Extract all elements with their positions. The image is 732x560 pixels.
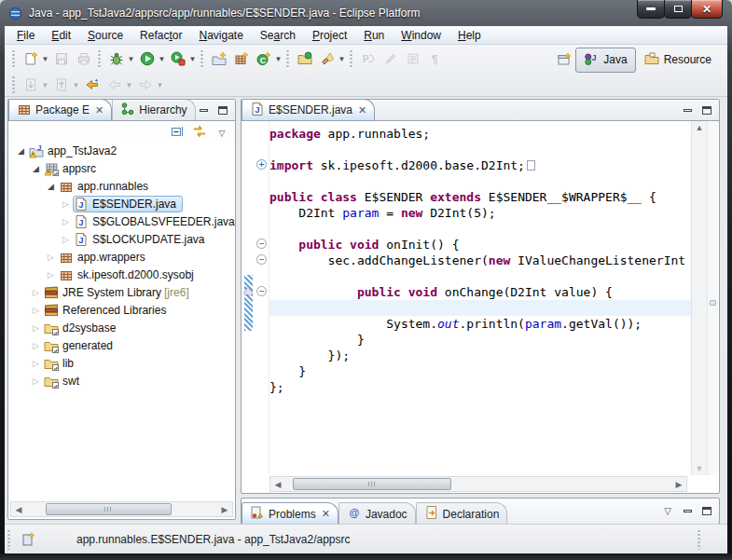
minimize-button[interactable]	[637, 0, 665, 19]
menu-help[interactable]: Help	[449, 27, 490, 44]
new-package-button[interactable]	[230, 48, 253, 70]
scroll-down-icon[interactable]: ▼	[692, 464, 707, 473]
collapse-icon[interactable]: ◢	[44, 182, 58, 191]
debug-dropdown[interactable]: ▼	[126, 55, 136, 63]
tab-package-explorer[interactable]: Package E ✕	[8, 99, 112, 120]
print-button[interactable]	[73, 48, 95, 70]
new-class-dropdown[interactable]: ▼	[273, 55, 283, 63]
scroll-right-icon[interactable]: ▶	[217, 505, 232, 514]
expand-icon[interactable]: ▷	[44, 270, 58, 280]
code-line-16[interactable]: }	[269, 363, 691, 379]
save-button[interactable]	[50, 48, 73, 70]
tab-javadoc[interactable]: @Javadoc	[338, 502, 416, 525]
code-line-14[interactable]: }	[269, 332, 691, 348]
scroll-up-icon[interactable]: ▲	[692, 123, 707, 132]
code-line-13[interactable]: System.out.println(param.getVal());	[269, 316, 691, 332]
scrollbar-thumb[interactable]	[46, 503, 172, 515]
external-tools-button[interactable]	[167, 48, 189, 70]
collapsed-code-icon[interactable]	[527, 160, 535, 171]
code-line-11[interactable]: public void onChange(D2Int value) {	[269, 284, 691, 300]
expand-icon[interactable]: ▷	[59, 199, 73, 209]
menu-search[interactable]: Search	[252, 27, 304, 44]
toolbar-handle[interactable]	[200, 49, 204, 68]
menu-window[interactable]: Window	[393, 27, 449, 44]
tree-item-swt[interactable]: ▷swt	[8, 372, 235, 389]
close-button[interactable]: ✕	[691, 0, 723, 19]
toolbar-handle[interactable]	[97, 49, 102, 68]
menu-file[interactable]: File	[8, 27, 43, 44]
tree-item-e-sender-java[interactable]: ▷JE$SENDER.java	[8, 195, 235, 212]
expand-icon[interactable]: ▷	[29, 376, 43, 386]
link-with-editor-button[interactable]	[190, 123, 209, 140]
menu-refactor[interactable]: Refactor	[131, 27, 190, 44]
scroll-left-icon[interactable]: ◀	[270, 480, 285, 489]
tab-hierarchy[interactable]: Hierarchy	[112, 99, 195, 120]
code-line-15[interactable]: });	[269, 348, 691, 363]
expand-icon[interactable]: ▷	[44, 253, 58, 262]
new-class-button[interactable]: C	[253, 48, 275, 70]
warning-marker-icon[interactable]	[243, 287, 253, 294]
expand-fold-icon[interactable]: +	[256, 159, 267, 170]
format-button[interactable]	[380, 48, 402, 70]
close-tab-icon[interactable]: ✕	[322, 508, 330, 520]
tree-item-d2sysbase[interactable]: ▷d2sysbase	[8, 319, 235, 336]
tree-item-sk-ipesoft-d2000-sysobj[interactable]: ▷sk.ipesoft.d2000.sysobj	[8, 266, 235, 283]
expand-icon[interactable]: ▷	[29, 359, 43, 368]
new-java-project-button[interactable]	[208, 48, 230, 70]
open-type-button[interactable]	[294, 48, 316, 70]
collapse-icon[interactable]: ◢	[29, 164, 43, 173]
tab-declaration[interactable]: Declaration	[416, 502, 508, 525]
code-line-7[interactable]	[269, 221, 691, 237]
code-line-5[interactable]: public class E$SENDER extends E$SENDER__…	[269, 189, 691, 205]
forward-button[interactable]	[134, 74, 157, 96]
tree-item-app-runnables[interactable]: ◢app.runnables	[8, 177, 235, 195]
expand-icon[interactable]: ▷	[29, 306, 43, 315]
minimize-view-button[interactable]	[679, 103, 696, 117]
menu-run[interactable]: Run	[355, 27, 393, 44]
toolbar-handle[interactable]	[285, 49, 290, 68]
minimize-view-button[interactable]	[679, 504, 696, 518]
scrollbar-thumb[interactable]	[293, 478, 451, 490]
scroll-left-icon[interactable]: ◀	[11, 505, 26, 514]
maximize-view-button[interactable]	[698, 103, 715, 117]
tree-item-s-lockupdate-java[interactable]: ▷JS$LOCKUPDATE.java	[8, 230, 235, 248]
tree-item-lib[interactable]: ▷lib	[8, 354, 235, 372]
statusbar-handle[interactable]	[7, 529, 11, 550]
tree-item-app-wrappers[interactable]: ▷app.wrappers	[8, 248, 235, 266]
code-line-4[interactable]	[269, 173, 691, 189]
search-dropdown[interactable]: ▼	[337, 55, 347, 63]
collapse-fold-icon[interactable]: −	[256, 239, 267, 249]
tab-problems[interactable]: Problems✕	[242, 502, 338, 525]
code-line-2[interactable]	[269, 142, 691, 157]
external-tools-dropdown[interactable]: ▼	[187, 55, 198, 63]
expand-icon[interactable]: ▷	[29, 341, 43, 350]
editor-vscrollbar[interactable]: ▲ ▼	[691, 121, 707, 475]
folding-ruler[interactable]: +−−−	[255, 121, 269, 475]
view-menu-button[interactable]: ▽	[213, 123, 231, 140]
package-explorer-hscrollbar[interactable]: ◀ ▶	[10, 501, 233, 517]
next-annotation-dropdown[interactable]: ▼	[40, 81, 50, 89]
code-line-6[interactable]: D2Int param = new D2Int(5);	[269, 205, 691, 221]
maximize-view-button[interactable]	[214, 103, 231, 117]
back-dropdown[interactable]: ▼	[124, 81, 134, 89]
next-annotation-button[interactable]	[20, 74, 42, 96]
expand-icon[interactable]: ▷	[59, 235, 73, 244]
title-bar[interactable]: Java - app_TstJava2/appsrc/app/runnables…	[0, 0, 732, 26]
code-line-10[interactable]	[269, 268, 691, 284]
tree-item-referenced-libraries[interactable]: ▷Referenced Libraries	[8, 301, 235, 319]
new-dropdown[interactable]: ▼	[40, 55, 50, 63]
menu-source[interactable]: Source	[79, 27, 131, 44]
view-menu-button[interactable]: ▽	[659, 504, 676, 518]
previous-annotation-dropdown[interactable]: ▼	[71, 81, 81, 89]
previous-annotation-button[interactable]	[50, 74, 73, 96]
run-dropdown[interactable]: ▼	[157, 55, 167, 63]
collapse-all-button[interactable]	[168, 123, 186, 140]
minimize-view-button[interactable]	[195, 103, 212, 117]
code-line-17[interactable]: };	[269, 379, 691, 395]
maximize-button[interactable]	[664, 0, 692, 19]
collapse-icon[interactable]: ◢	[14, 146, 28, 156]
back-button[interactable]	[104, 74, 126, 96]
code-line-1[interactable]: package app.runnables;	[269, 126, 691, 142]
tree-item-jre-system-library[interactable]: ▷JRE System Library [jre6]	[8, 283, 235, 301]
last-edit-location-button[interactable]	[81, 74, 104, 96]
